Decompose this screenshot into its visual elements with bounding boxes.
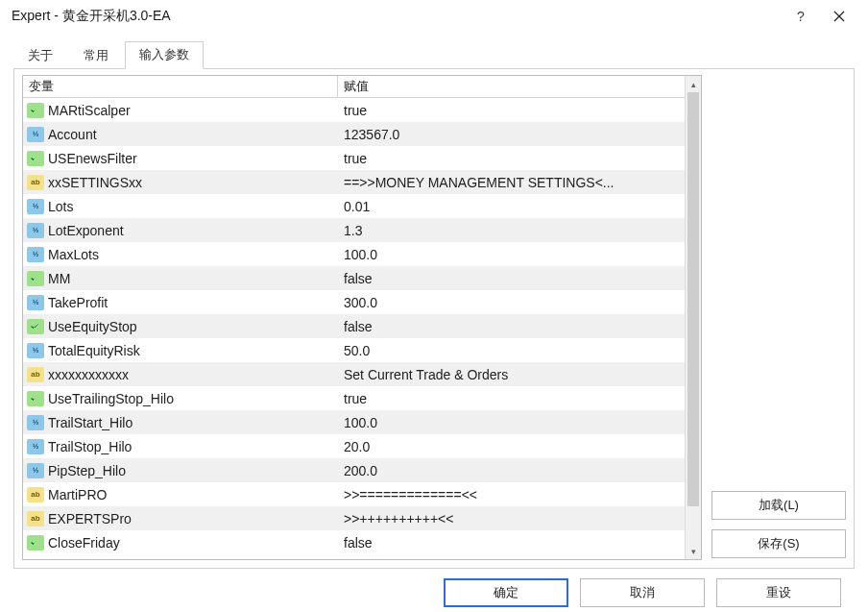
parameter-name: UseTrailingStop_Hilo — [48, 391, 174, 406]
parameter-row[interactable]: PipStep_Hilo200.0 — [23, 458, 685, 482]
parameter-value-cell[interactable]: false — [338, 535, 685, 551]
parameter-name-cell: TakeProfit — [23, 290, 338, 314]
parameter-row[interactable]: TotalEquityRisk50.0 — [23, 338, 685, 362]
cancel-button-label: 取消 — [630, 584, 655, 601]
column-header-value[interactable]: 赋值 — [338, 76, 685, 97]
parameter-row[interactable]: EXPERTSPro>>++++++++++<< — [23, 506, 685, 530]
cancel-button[interactable]: 取消 — [580, 578, 705, 607]
bool-type-icon — [27, 271, 44, 286]
parameter-row[interactable]: UseEquityStopfalse — [23, 314, 685, 338]
bool-type-icon — [27, 103, 44, 118]
parameter-value-cell[interactable]: >>=============<< — [338, 487, 685, 502]
close-button[interactable] — [820, 0, 858, 33]
parameter-value-cell[interactable]: 123567.0 — [338, 127, 685, 142]
parameter-value-cell[interactable]: 20.0 — [338, 439, 685, 454]
parameter-name-cell: xxxxxxxxxxxx — [23, 362, 338, 386]
parameter-name: TakeProfit — [48, 295, 108, 310]
parameter-value-cell[interactable]: true — [338, 103, 685, 118]
tab-inputs[interactable]: 输入参数 — [125, 41, 204, 69]
parameter-row[interactable]: MARtiScalpertrue — [23, 98, 685, 122]
vertical-scrollbar[interactable]: ▴ ▾ — [685, 76, 701, 559]
load-button-label: 加载(L) — [759, 497, 799, 514]
parameter-name: MM — [48, 271, 70, 286]
parameter-name-cell: MM — [23, 266, 338, 290]
str-type-icon — [27, 367, 44, 382]
parameter-name-cell: UseTrailingStop_Hilo — [23, 386, 338, 410]
parameter-name: UseEquityStop — [48, 319, 137, 334]
parameter-row[interactable]: CloseFridayfalse — [23, 530, 685, 554]
reset-button[interactable]: 重设 — [716, 578, 841, 607]
parameter-name: MaxLots — [48, 247, 99, 262]
parameter-row[interactable]: LotExponent1.3 — [23, 218, 685, 242]
parameter-row[interactable]: MaxLots100.0 — [23, 242, 685, 266]
parameter-name: MARtiScalper — [48, 103, 131, 118]
scroll-up-arrow[interactable]: ▴ — [686, 76, 701, 92]
parameter-row[interactable]: Lots0.01 — [23, 194, 685, 218]
parameter-name-cell: MaxLots — [23, 242, 338, 266]
num-type-icon — [27, 247, 44, 262]
parameter-name: xxxxxxxxxxxx — [48, 367, 129, 382]
scroll-track[interactable] — [686, 92, 701, 543]
save-button[interactable]: 保存(S) — [711, 529, 846, 558]
str-type-icon — [27, 511, 44, 526]
parameter-value-cell[interactable]: true — [338, 391, 685, 406]
parameter-name-cell: LotExponent — [23, 218, 338, 242]
parameter-value-cell[interactable]: 100.0 — [338, 247, 685, 262]
parameter-name: MartiPRO — [48, 487, 107, 502]
parameter-name-cell: MartiPRO — [23, 482, 338, 506]
parameter-name: Account — [48, 127, 97, 142]
load-button[interactable]: 加载(L) — [711, 491, 846, 520]
num-type-icon — [27, 343, 44, 358]
parameter-name: TrailStart_Hilo — [48, 415, 133, 430]
ok-button-label: 确定 — [494, 584, 518, 601]
parameter-row[interactable]: xxxxxxxxxxxxSet Current Trade & Orders — [23, 362, 685, 386]
parameter-value-cell[interactable]: 200.0 — [338, 463, 685, 478]
parameter-name-cell: CloseFriday — [23, 530, 338, 554]
scroll-thumb[interactable] — [687, 92, 699, 506]
parameter-name: LotExponent — [48, 223, 124, 238]
num-type-icon — [27, 415, 44, 430]
parameter-name-cell: Account — [23, 122, 338, 146]
parameter-name: EXPERTSPro — [48, 511, 132, 526]
parameter-name: PipStep_Hilo — [48, 463, 126, 478]
parameter-row[interactable]: MartiPRO>>=============<< — [23, 482, 685, 506]
tab-common[interactable]: 常用 — [69, 42, 123, 69]
parameter-row[interactable]: xxSETTINGSxx==>>MONEY MANAGEMENT SETTING… — [23, 170, 685, 194]
dialog-button-row: 确定 取消 重设 — [13, 578, 855, 607]
column-header-variable[interactable]: 变量 — [23, 76, 338, 97]
parameter-value-cell[interactable]: false — [338, 271, 685, 286]
parameter-value-cell[interactable]: >>++++++++++<< — [338, 511, 685, 526]
client-area: 关于 常用 输入参数 变量 赋值 MARtiScalpertrueAccount… — [0, 33, 868, 612]
tab-about[interactable]: 关于 — [13, 42, 67, 69]
parameter-row[interactable]: MMfalse — [23, 266, 685, 290]
parameter-row[interactable]: TrailStop_Hilo20.0 — [23, 434, 685, 458]
str-type-icon — [27, 175, 44, 190]
help-button[interactable]: ? — [782, 0, 820, 33]
parameter-value-cell[interactable]: 0.01 — [338, 199, 685, 214]
parameter-value-cell[interactable]: 100.0 — [338, 415, 685, 430]
parameter-name: Lots — [48, 199, 73, 214]
parameter-value-cell[interactable]: false — [338, 319, 685, 334]
parameter-row[interactable]: USEnewsFiltertrue — [23, 146, 685, 170]
parameter-value-cell[interactable]: 50.0 — [338, 343, 685, 358]
parameter-value-cell[interactable]: Set Current Trade & Orders — [338, 367, 685, 382]
parameter-name: TotalEquityRisk — [48, 343, 140, 358]
parameter-name: USEnewsFilter — [48, 151, 137, 166]
ok-button[interactable]: 确定 — [444, 578, 568, 607]
parameter-row[interactable]: Account123567.0 — [23, 122, 685, 146]
bool-type-icon — [27, 391, 44, 406]
parameter-value-cell[interactable]: 1.3 — [338, 223, 685, 238]
parameter-name-cell: EXPERTSPro — [23, 506, 338, 530]
parameters-list[interactable]: 变量 赋值 MARtiScalpertrueAccount123567.0USE… — [23, 76, 685, 559]
parameter-row[interactable]: TrailStart_Hilo100.0 — [23, 410, 685, 434]
save-button-label: 保存(S) — [758, 535, 799, 552]
parameter-value-cell[interactable]: 300.0 — [338, 295, 685, 310]
parameter-value-cell[interactable]: true — [338, 151, 685, 166]
parameter-row[interactable]: TakeProfit300.0 — [23, 290, 685, 314]
parameter-value-cell[interactable]: ==>>MONEY MANAGEMENT SETTINGS<... — [338, 175, 685, 190]
scroll-down-arrow[interactable]: ▾ — [686, 543, 701, 559]
parameter-row[interactable]: UseTrailingStop_Hilotrue — [23, 386, 685, 410]
parameter-name-cell: PipStep_Hilo — [23, 458, 338, 482]
num-type-icon — [27, 463, 44, 478]
reset-button-label: 重设 — [766, 584, 791, 601]
